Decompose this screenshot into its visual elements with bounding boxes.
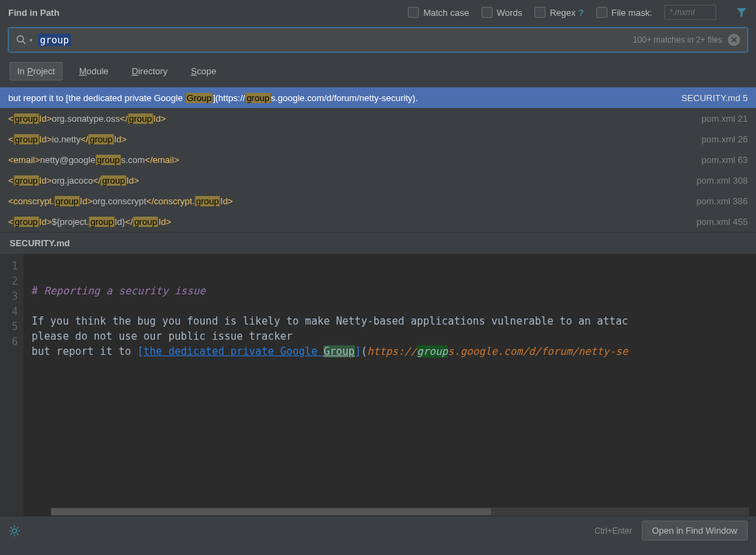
scope-tab-scope[interactable]: Scope — [184, 63, 224, 80]
result-row[interactable]: but report it to [the dedicated private … — [0, 87, 756, 108]
file-mask-checkbox[interactable]: File mask: — [596, 7, 652, 18]
file-mask-input[interactable] — [665, 5, 716, 20]
search-icon — [16, 34, 27, 45]
horizontal-scrollbar[interactable] — [51, 508, 749, 516]
regex-checkbox[interactable]: Regex ? — [534, 7, 584, 18]
gear-icon[interactable] — [8, 525, 21, 537]
dialog-title: Find in Path — [8, 8, 59, 18]
shortcut-hint: Ctrl+Enter — [594, 526, 631, 536]
result-row[interactable]: <groupId>org.sonatype.oss</groupId>pom.x… — [0, 108, 756, 129]
search-row: ▾ group 100+ matches in 2+ files ✕ — [0, 25, 756, 58]
svg-line-7 — [11, 527, 12, 528]
result-row[interactable]: <conscrypt.groupId>org.conscrypt</conscr… — [0, 191, 756, 211]
scope-tab-module[interactable]: Module — [72, 63, 116, 80]
open-in-find-window-button[interactable]: Open in Find Window — [642, 521, 748, 541]
clear-search-icon[interactable]: ✕ — [728, 34, 740, 46]
bottom-bar: Ctrl+Enter Open in Find Window — [0, 516, 756, 545]
gutter: 123456 — [0, 254, 23, 516]
regex-help-icon[interactable]: ? — [579, 8, 584, 18]
filter-icon[interactable] — [735, 6, 748, 19]
results-list: but report it to [the dedicated private … — [0, 87, 756, 232]
scrollbar-thumb[interactable] — [51, 508, 491, 515]
scope-tabs: In ProjectModuleDirectoryScope — [0, 58, 756, 87]
code-area[interactable]: # Reporting a security issueIf you think… — [23, 254, 756, 516]
svg-line-9 — [11, 533, 12, 534]
search-dropdown-icon[interactable]: ▾ — [30, 37, 32, 43]
preview-pane: 123456 # Reporting a security issueIf yo… — [0, 254, 756, 516]
svg-point-2 — [12, 529, 17, 533]
search-query: group — [38, 34, 71, 46]
svg-line-10 — [17, 527, 19, 528]
match-case-checkbox[interactable]: Match case — [408, 7, 468, 18]
result-row[interactable]: <groupId>${project.groupId}</groupId>pom… — [0, 211, 756, 232]
result-row[interactable]: <groupId>io.netty</groupId>pom.xml 26 — [0, 129, 756, 149]
svg-line-1 — [23, 41, 25, 44]
top-options: Match case Words Regex ? File mask: — [408, 5, 748, 20]
search-input[interactable]: ▾ group 100+ matches in 2+ files ✕ — [8, 28, 748, 52]
scope-tab-project[interactable]: In Project — [10, 62, 63, 80]
match-count: 100+ matches in 2+ files — [633, 35, 722, 45]
result-row[interactable]: <email>netty@googlegroups.com</email>pom… — [0, 149, 756, 170]
svg-line-8 — [17, 533, 19, 534]
preview-file-header: SECURITY.md — [0, 232, 756, 254]
result-row[interactable]: <groupId>org.jacoco</groupId>pom.xml 308 — [0, 170, 756, 191]
scope-tab-directory[interactable]: Directory — [125, 63, 175, 80]
title-bar: Find in Path Match case Words Regex ? Fi… — [0, 0, 756, 25]
words-checkbox[interactable]: Words — [482, 7, 522, 18]
